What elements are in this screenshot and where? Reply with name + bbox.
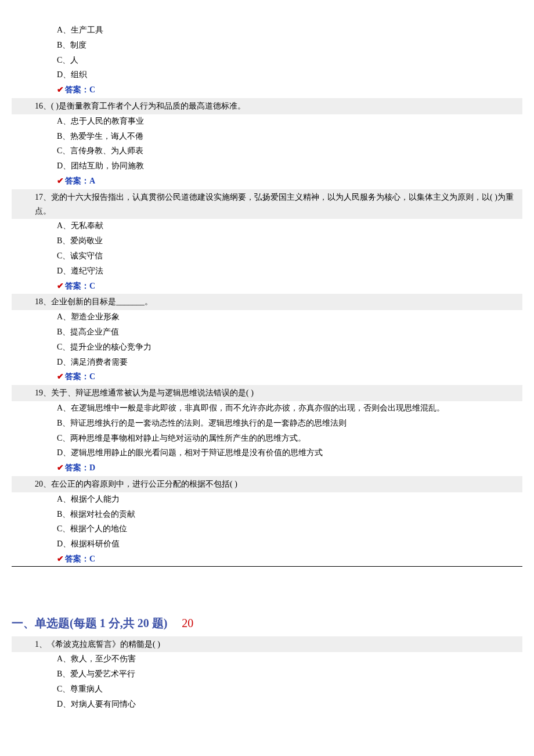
q20-opt-c: C、根据个人的地位 xyxy=(57,522,522,536)
q20-stem: 20、在公正的内容原则中，进行公正分配的根据不包括( ) xyxy=(12,476,522,492)
q15-opt-a: A、生产工具 xyxy=(57,23,522,37)
option-label: A、在逻辑思维中一般是非此即彼，非真即假，而不允许亦此亦彼，亦真亦假的出现，否则… xyxy=(57,404,445,412)
s2q1-options: A、救人，至少不伤害 B、爱人与爱艺术平行 C、尊重病人 D、对病人要有同情心 xyxy=(12,652,522,711)
answer-text: 答案：D xyxy=(65,463,95,472)
option-label: C、诚实守信 xyxy=(57,251,103,260)
answer-text: 答案：C xyxy=(65,372,95,381)
option-label: D、对病人要有同情心 xyxy=(57,700,136,708)
q19-answer: ✔答案：D xyxy=(12,461,522,475)
option-label: B、提高企业产值 xyxy=(57,327,119,336)
q16-opt-c: C、言传身教、为人师表 xyxy=(57,144,522,158)
q16-options: A、忠于人民的教育事业 B、热爱学生，诲人不倦 C、言传身教、为人师表 D、团结… xyxy=(12,114,522,173)
check-icon: ✔ xyxy=(57,85,64,94)
question-text: 1、《希波克拉底誓言》的精髓是( ) xyxy=(35,640,160,649)
option-label: A、生产工具 xyxy=(57,26,103,34)
check-icon: ✔ xyxy=(57,177,64,185)
q15-answer: ✔答案：C xyxy=(12,83,522,97)
answer-text: 答案：C xyxy=(65,85,95,94)
q19-stem: 19、关于、辩证思维通常被认为是与逻辑思维说法错误的是( ) xyxy=(12,385,522,401)
q17-opt-b: B、爱岗敬业 xyxy=(57,234,522,248)
s2q1-opt-d: D、对病人要有同情心 xyxy=(57,697,522,711)
option-label: C、言传身教、为人师表 xyxy=(57,146,143,155)
check-icon: ✔ xyxy=(57,463,64,472)
q19-opt-a: A、在逻辑思维中一般是非此即彼，非真即假，而不允许亦此亦彼，亦真亦假的出现，否则… xyxy=(57,401,522,415)
check-icon: ✔ xyxy=(57,372,64,381)
q20-opt-b: B、根据对社会的贡献 xyxy=(57,507,522,521)
option-label: A、无私奉献 xyxy=(57,221,103,230)
q18-opt-d: D、满足消费者需要 xyxy=(57,355,522,369)
section-2-title: 一、单选题(每题 1 分,共 20 题) 20 xyxy=(12,613,522,633)
option-label: D、组织 xyxy=(57,70,87,79)
option-label: C、两种思维是事物相对静止与绝对运动的属性所产生的的思维方式。 xyxy=(57,434,306,442)
q15-options: A、生产工具 B、制度 C、人 D、组织 xyxy=(12,23,522,82)
q19-options: A、在逻辑思维中一般是非此即彼，非真即假，而不允许亦此亦彼，亦真亦假的出现，否则… xyxy=(12,401,522,460)
s2q1-opt-b: B、爱人与爱艺术平行 xyxy=(57,667,522,681)
option-label: B、辩证思维执行的是一套动态性的法则。逻辑思维执行的是一套静态的思维法则 xyxy=(57,419,347,427)
answer-text: 答案：A xyxy=(65,177,95,185)
option-label: A、根据个人能力 xyxy=(57,495,120,503)
q19-opt-b: B、辩证思维执行的是一套动态性的法则。逻辑思维执行的是一套静态的思维法则 xyxy=(57,416,522,430)
option-label: D、团结互助，协同施教 xyxy=(57,161,144,170)
question-text: 17、党的十六大报告指出，认真贯彻公民道德建设实施纲要，弘扬爱国主义精神，以为人… xyxy=(35,193,514,215)
q16-opt-d: D、团结互助，协同施教 xyxy=(57,159,522,173)
q16-stem: 16、( )是衡量教育工作者个人行为和品质的最高道德标准。 xyxy=(12,98,522,114)
section-title-main: 一、单选题(每题 1 分,共 20 题) xyxy=(12,617,167,629)
q19-opt-c: C、两种思维是事物相对静止与绝对运动的属性所产生的的思维方式。 xyxy=(57,431,522,445)
check-icon: ✔ xyxy=(57,282,64,290)
q18-stem: 18、企业创新的目标是_______。 xyxy=(12,294,522,310)
q18-answer: ✔答案：C xyxy=(12,370,522,384)
answer-text: 答案：C xyxy=(65,555,95,563)
option-label: C、人 xyxy=(57,56,78,64)
q20-opt-a: A、根据个人能力 xyxy=(57,492,522,506)
check-icon: ✔ xyxy=(57,555,64,563)
q18-options: A、塑造企业形象 B、提高企业产值 C、提升企业的核心竞争力 D、满足消费者需要 xyxy=(12,310,522,369)
option-label: A、救人，至少不伤害 xyxy=(57,654,136,663)
q15-opt-d: D、组织 xyxy=(57,68,522,82)
question-text: 19、关于、辩证思维通常被认为是与逻辑思维说法错误的是( ) xyxy=(35,388,254,397)
option-label: B、根据对社会的贡献 xyxy=(57,510,135,519)
s2q1-stem: 1、《希波克拉底誓言》的精髓是( ) xyxy=(12,636,522,653)
q16-opt-a: A、忠于人民的教育事业 xyxy=(57,114,522,128)
q20-opt-d: D、根据科研价值 xyxy=(57,537,522,551)
question-text: 18、企业创新的目标是_______。 xyxy=(35,297,153,306)
option-label: C、提升企业的核心竞争力 xyxy=(57,343,151,351)
q17-opt-d: D、遵纪守法 xyxy=(57,264,522,278)
option-label: B、爱岗敬业 xyxy=(57,236,103,245)
option-label: B、热爱学生，诲人不倦 xyxy=(57,132,143,141)
s2q1-opt-c: C、尊重病人 xyxy=(57,682,522,696)
option-label: B、爱人与爱艺术平行 xyxy=(57,669,135,678)
option-label: B、制度 xyxy=(57,41,86,49)
option-label: D、满足消费者需要 xyxy=(57,358,128,366)
q17-options: A、无私奉献 B、爱岗敬业 C、诚实守信 D、遵纪守法 xyxy=(12,219,522,278)
option-label: A、塑造企业形象 xyxy=(57,312,120,321)
q19-opt-d: D、逻辑思维用静止的眼光看问题，相对于辩证思维是没有价值的思维方式 xyxy=(57,446,522,460)
q15-opt-c: C、人 xyxy=(57,53,522,67)
q17-opt-a: A、无私奉献 xyxy=(57,219,522,233)
q15-opt-b: B、制度 xyxy=(57,38,522,52)
q20-options: A、根据个人能力 B、根据对社会的贡献 C、根据个人的地位 D、根据科研价值 xyxy=(12,492,522,551)
q16-opt-b: B、热爱学生，诲人不倦 xyxy=(57,129,522,143)
q20-answer: ✔答案：C xyxy=(12,552,522,567)
option-label: D、逻辑思维用静止的眼光看问题，相对于辩证思维是没有价值的思维方式 xyxy=(57,448,323,457)
option-label: C、根据个人的地位 xyxy=(57,524,127,533)
section-title-score: 20 xyxy=(182,617,193,629)
question-text: 16、( )是衡量教育工作者个人行为和品质的最高道德标准。 xyxy=(35,102,246,110)
s2q1-opt-a: A、救人，至少不伤害 xyxy=(57,652,522,666)
q16-answer: ✔答案：A xyxy=(12,174,522,188)
option-label: D、根据科研价值 xyxy=(57,539,120,548)
option-label: D、遵纪守法 xyxy=(57,267,103,275)
option-label: A、忠于人民的教育事业 xyxy=(57,117,144,125)
q18-opt-a: A、塑造企业形象 xyxy=(57,310,522,324)
q18-opt-b: B、提高企业产值 xyxy=(57,325,522,339)
q18-opt-c: C、提升企业的核心竞争力 xyxy=(57,340,522,354)
question-text: 20、在公正的内容原则中，进行公正分配的根据不包括( ) xyxy=(35,480,237,488)
q17-stem: 17、党的十六大报告指出，认真贯彻公民道德建设实施纲要，弘扬爱国主义精神，以为人… xyxy=(12,189,522,219)
q17-opt-c: C、诚实守信 xyxy=(57,249,522,263)
q17-answer: ✔答案：C xyxy=(12,279,522,293)
option-label: C、尊重病人 xyxy=(57,685,103,693)
answer-text: 答案：C xyxy=(65,282,95,290)
